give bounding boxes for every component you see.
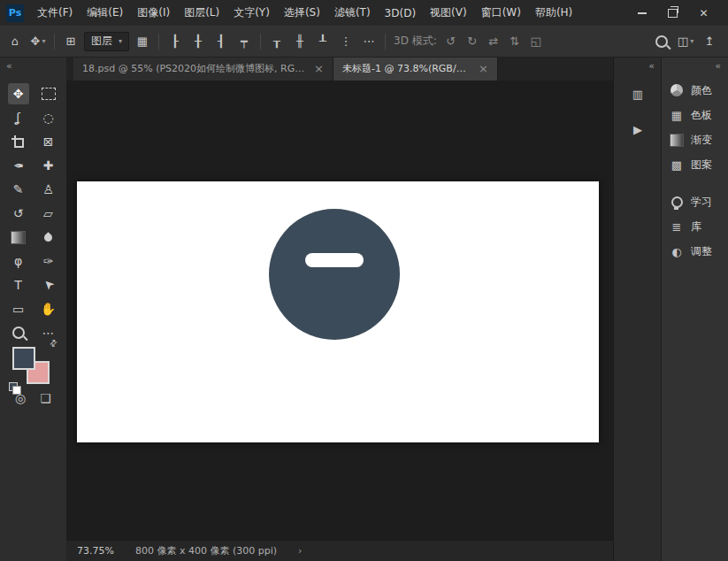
panel-item-learn[interactable]: 学习	[662, 189, 728, 214]
actions-panel-icon[interactable]: ▶	[627, 119, 648, 140]
crop-tool[interactable]	[8, 131, 29, 152]
document-tab-1[interactable]: 18.psd @ 55% (PS2020如何绘制微博图标, RGB/8) *×	[73, 57, 333, 81]
layer-dropdown-value: 图层	[91, 34, 112, 49]
panel-item-gradients[interactable]: 渐变	[662, 127, 728, 152]
screen-mode-button[interactable]: ❏	[40, 391, 51, 405]
align-left-icon[interactable]: ┠	[165, 31, 185, 52]
gradient-tool[interactable]	[8, 227, 29, 248]
patterns-icon: ▩	[670, 159, 684, 171]
panel-item-label: 色板	[691, 108, 712, 123]
distribute-top-icon[interactable]: ┰	[267, 31, 287, 52]
rectangle-tool[interactable]: ▭	[8, 298, 29, 319]
window-controls: ✕	[626, 0, 719, 26]
move-tool[interactable]: ✥	[8, 83, 29, 104]
chevron-down-icon: ▾	[42, 37, 45, 45]
menu-3d[interactable]: 3D(D)	[378, 0, 423, 26]
zoom-tool[interactable]	[8, 322, 29, 343]
panel-item-label: 调整	[691, 244, 712, 259]
menu-view[interactable]: 视图(V)	[423, 0, 474, 26]
tab-close-icon[interactable]: ×	[314, 62, 324, 75]
menu-select[interactable]: 选择(S)	[277, 0, 327, 26]
rectangular-marquee-tool[interactable]	[38, 83, 59, 104]
distribute-vertical-center-icon[interactable]: ╫	[290, 31, 310, 52]
menu-image[interactable]: 图像(I)	[130, 0, 177, 26]
share-image-icon[interactable]: ↥	[700, 31, 719, 52]
workspace-switcher-icon[interactable]: ◫▾	[676, 31, 695, 52]
distribute-options-icon[interactable]: ⋮	[336, 31, 356, 52]
expand-dock-icon[interactable]: «	[614, 57, 662, 76]
restore-button[interactable]	[657, 0, 688, 26]
menu-type[interactable]: 文字(Y)	[226, 0, 277, 26]
status-chevron-icon[interactable]: ›	[298, 545, 302, 557]
transform-controls-icon[interactable]: ▦	[133, 31, 152, 52]
document-canvas[interactable]	[77, 181, 599, 442]
auto-select-layer-dropdown[interactable]: 图层▾	[84, 32, 129, 51]
document-tab-2[interactable]: 未标题-1 @ 73.8%(RGB/8) *×	[333, 57, 498, 81]
align-center-horizontal-icon[interactable]: ╂	[188, 31, 208, 52]
3d-mode-label: 3D 模式:	[394, 34, 437, 49]
options-separator	[385, 34, 386, 50]
panel-item-swatches[interactable]: ▦色板	[662, 103, 728, 127]
options-separator	[260, 34, 261, 50]
history-brush-tool[interactable]: ↺	[8, 203, 29, 224]
auto-select-icon[interactable]: ⊞	[61, 31, 80, 52]
properties-panel-icon[interactable]: ▥	[627, 83, 648, 104]
3d-slide-icon[interactable]: ⇅	[506, 31, 524, 52]
3d-roll-icon[interactable]: ↻	[464, 31, 481, 52]
document-info: 800 像素 x 400 像素 (300 ppi)	[135, 544, 277, 557]
clone-stamp-tool[interactable]: ♙	[38, 179, 59, 200]
home-icon[interactable]: ⌂	[5, 31, 25, 52]
align-right-icon[interactable]: ┨	[211, 31, 231, 52]
hand-tool[interactable]: ✋	[38, 298, 59, 319]
close-button[interactable]: ✕	[688, 0, 719, 26]
libraries-icon: ≣	[670, 221, 684, 233]
menu-edit[interactable]: 编辑(E)	[80, 0, 130, 26]
photoshop-logo-icon: Ps	[6, 4, 24, 22]
3d-orbit-icon[interactable]: ↺	[442, 31, 460, 52]
menu-layer[interactable]: 图层(L)	[177, 0, 226, 26]
zoom-level-field[interactable]: 73.75%	[77, 545, 114, 557]
panel-item-adjustments[interactable]: ◐调整	[662, 239, 728, 264]
panel-item-patterns[interactable]: ▩图案	[662, 152, 728, 177]
chevron-down-icon: ▾	[690, 37, 694, 45]
panel-item-label: 渐变	[691, 133, 712, 148]
tools-panel: « ✥ʆ◌⊠✒✚✎♙↺▱φ✑T➤▭✋⋯ ⇄ ◎❏	[0, 57, 66, 561]
blur-tool[interactable]	[38, 227, 59, 248]
search-icon[interactable]	[652, 31, 671, 52]
status-bar: 73.75% 800 像素 x 400 像素 (300 ppi) ›	[66, 540, 613, 561]
path-selection-tool[interactable]: ➤	[38, 274, 59, 296]
panel-item-libraries[interactable]: ≣库	[662, 214, 728, 239]
pen-tool[interactable]: ✑	[38, 250, 59, 272]
frame-tool[interactable]: ⊠	[38, 131, 59, 152]
minimize-button[interactable]	[626, 0, 657, 26]
menu-file[interactable]: 文件(F)	[30, 0, 80, 26]
menu-list: 文件(F)编辑(E)图像(I)图层(L)文字(Y)选择(S)滤镜(T)3D(D)…	[30, 0, 632, 26]
type-tool[interactable]: T	[8, 274, 29, 296]
align-top-icon[interactable]: ┯	[234, 31, 254, 52]
more-align-options-icon[interactable]: ⋯	[359, 31, 379, 52]
tab-title: 18.psd @ 55% (PS2020如何绘制微博图标, RGB/8) *	[82, 62, 307, 75]
healing-brush-tool[interactable]: ✚	[38, 155, 59, 176]
panel-item-color[interactable]: 颜色	[662, 78, 728, 103]
3d-scale-icon[interactable]: ◱	[527, 31, 545, 52]
brush-tool[interactable]: ✎	[8, 179, 29, 200]
move-tool-preset-icon[interactable]: ✥▾	[28, 31, 48, 52]
eyedropper-tool[interactable]: ✒	[8, 155, 29, 176]
foreground-color-swatch[interactable]	[12, 347, 35, 370]
lasso-tool[interactable]: ʆ	[8, 107, 29, 128]
menu-filter[interactable]: 滤镜(T)	[327, 0, 378, 26]
eraser-tool[interactable]: ▱	[38, 203, 59, 224]
dodge-tool[interactable]: φ	[8, 250, 29, 272]
collapse-panel-icon[interactable]: «	[662, 57, 728, 78]
menu-help[interactable]: 帮助(H)	[528, 0, 579, 26]
default-colors-icon[interactable]	[9, 382, 18, 391]
panel-item-label: 学习	[691, 195, 712, 210]
tab-close-icon[interactable]: ×	[479, 62, 488, 75]
distribute-bottom-icon[interactable]: ┸	[313, 31, 333, 52]
panel-item-list: 颜色▦色板渐变▩图案学习≣库◐调整	[662, 78, 728, 264]
object-selection-tool[interactable]: ◌	[38, 107, 59, 128]
collapse-toolbar-icon[interactable]: «	[0, 57, 66, 76]
gradients-icon	[670, 134, 684, 147]
3d-pan-icon[interactable]: ⇄	[485, 31, 502, 52]
menu-window[interactable]: 窗口(W)	[474, 0, 528, 26]
